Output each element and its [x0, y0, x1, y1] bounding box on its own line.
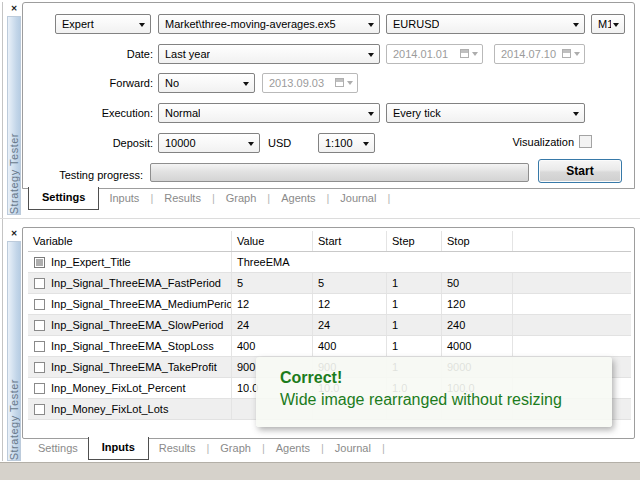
currency-label: USD — [268, 133, 291, 153]
col-header-step[interactable]: Step — [387, 231, 442, 251]
start-cell[interactable]: 12 — [313, 294, 387, 314]
col-header-variable[interactable]: Variable — [28, 231, 232, 251]
filler-cell — [513, 294, 631, 314]
value-cell[interactable]: 24 — [232, 315, 313, 335]
value-cell[interactable]: ThreeEMA — [232, 252, 313, 272]
tab-separator: | — [386, 188, 391, 209]
deposit-label: Deposit: — [23, 133, 153, 153]
date-to-field[interactable]: 2014.07.10 — [494, 44, 585, 64]
col-header-stop[interactable]: Stop — [442, 231, 513, 251]
variable-name: Inp_Signal_ThreeEMA_StopLoss — [51, 336, 214, 356]
execution-label: Execution: — [23, 103, 153, 123]
stop-cell[interactable]: 120 — [442, 294, 513, 314]
deposit-amount-select[interactable]: 10000 — [158, 133, 260, 153]
symbol-value: EURUSD — [393, 18, 439, 30]
forward-label: Forward: — [23, 73, 153, 93]
row-checkbox[interactable] — [34, 320, 45, 331]
chevron-down-icon — [574, 52, 580, 56]
date-range-select[interactable]: Last year — [158, 44, 380, 64]
step-cell[interactable] — [387, 252, 442, 272]
tab-graph[interactable]: Graph — [216, 188, 267, 209]
forward-mode-select[interactable]: No — [158, 73, 255, 93]
chevron-down-icon — [472, 52, 478, 56]
filler-cell — [513, 336, 631, 356]
tick-mode-select[interactable]: Every tick — [386, 103, 585, 123]
filler-cell — [513, 315, 631, 335]
tab-journal[interactable]: Journal — [325, 438, 381, 459]
tab-inputs[interactable]: Inputs — [99, 188, 149, 209]
deposit-amount-value: 10000 — [165, 137, 196, 149]
value-cell[interactable]: 5 — [232, 273, 313, 293]
tab-graph[interactable]: Graph — [210, 438, 261, 459]
start-button[interactable]: Start — [538, 159, 622, 183]
date-from-field[interactable]: 2014.01.01 — [386, 44, 483, 64]
strategy-tester-window: { "ui": { "tab_separator": "|" }, "icons… — [0, 0, 640, 480]
expert-type-select[interactable]: Expert — [55, 14, 151, 34]
chevron-down-icon — [248, 142, 254, 146]
row-checkbox[interactable] — [34, 299, 45, 310]
calendar-icon — [460, 49, 469, 58]
row-checkbox[interactable] — [34, 278, 45, 289]
row-checkbox[interactable] — [34, 404, 45, 415]
col-header-value[interactable]: Value — [232, 231, 313, 251]
row-checkbox[interactable] — [34, 341, 45, 352]
filler-cell — [513, 252, 631, 272]
tab-settings[interactable]: Settings — [28, 187, 99, 210]
value-cell[interactable]: 12 — [232, 294, 313, 314]
tab-agents[interactable]: Agents — [266, 438, 320, 459]
step-cell[interactable]: 1 — [387, 315, 442, 335]
value-cell[interactable]: 400 — [232, 336, 313, 356]
tooltip-text: Wide image rearranged without resizing — [280, 389, 612, 411]
table-row[interactable]: Inp_Signal_ThreeEMA_FastPeriod 5 5 1 50 — [28, 273, 631, 294]
top-panel-sidebar: ✕ Strategy Tester — [7, 2, 21, 215]
date-range-value: Last year — [165, 48, 210, 60]
start-cell[interactable] — [313, 252, 387, 272]
start-cell[interactable]: 5 — [313, 273, 387, 293]
settings-panel: Expert Market\three-moving-averages.ex5 … — [22, 2, 635, 189]
tab-agents[interactable]: Agents — [271, 188, 325, 209]
stop-cell[interactable]: 4000 — [442, 336, 513, 356]
leverage-select[interactable]: 1:100 — [318, 133, 375, 153]
visualization-checkbox[interactable] — [579, 135, 592, 148]
tab-inputs[interactable]: Inputs — [88, 437, 149, 460]
period-select[interactable]: M1 — [591, 14, 625, 34]
table-row[interactable]: Inp_Signal_ThreeEMA_SlowPeriod 24 24 1 2… — [28, 315, 631, 336]
stop-cell[interactable]: 50 — [442, 273, 513, 293]
start-cell[interactable]: 24 — [313, 315, 387, 335]
chevron-down-icon — [613, 23, 619, 27]
step-cell[interactable]: 1 — [387, 273, 442, 293]
visualization-option: Visualization — [512, 135, 592, 148]
table-row[interactable]: Inp_Expert_Title ThreeEMA — [28, 252, 631, 273]
panel-divider — [0, 218, 640, 219]
forward-date-field[interactable]: 2013.09.03 — [262, 73, 358, 93]
step-cell[interactable]: 1 — [387, 294, 442, 314]
close-icon[interactable]: ✕ — [7, 2, 21, 15]
col-header-start[interactable]: Start — [313, 231, 387, 251]
step-cell[interactable]: 1 — [387, 336, 442, 356]
forward-mode-value: No — [165, 77, 179, 89]
inputs-table-header: Variable Value Start Step Stop — [28, 231, 631, 252]
tooltip-title: Correct! — [280, 367, 612, 389]
bottom-panel-title: Strategy Tester — [8, 374, 20, 460]
stop-cell[interactable]: 240 — [442, 315, 513, 335]
table-row[interactable]: Inp_Signal_ThreeEMA_StopLoss 400 400 1 4… — [28, 336, 631, 357]
table-row[interactable]: Inp_Signal_ThreeEMA_MediumPeriod 12 12 1… — [28, 294, 631, 315]
bottom-panel-sidebar: ✕ Strategy Tester — [7, 227, 21, 461]
top-panel-sidebar-strip[interactable]: Strategy Tester — [7, 16, 21, 215]
tab-settings[interactable]: Settings — [28, 438, 88, 459]
bottom-panel-sidebar-strip[interactable]: Strategy Tester — [7, 241, 21, 461]
expert-program-select[interactable]: Market\three-moving-averages.ex5 — [158, 14, 380, 34]
tab-journal[interactable]: Journal — [330, 188, 386, 209]
stop-cell[interactable] — [442, 252, 513, 272]
execution-mode-select[interactable]: Normal — [158, 103, 380, 123]
calendar-icon — [335, 78, 344, 87]
close-icon[interactable]: ✕ — [7, 227, 21, 240]
row-checkbox[interactable] — [34, 383, 45, 394]
progress-label: Testing progress: — [23, 165, 143, 185]
symbol-select[interactable]: EURUSD — [386, 14, 585, 34]
tab-results[interactable]: Results — [149, 438, 206, 459]
start-cell[interactable]: 400 — [313, 336, 387, 356]
row-checkbox[interactable] — [34, 257, 45, 268]
row-checkbox[interactable] — [34, 362, 45, 373]
tab-results[interactable]: Results — [154, 188, 211, 209]
